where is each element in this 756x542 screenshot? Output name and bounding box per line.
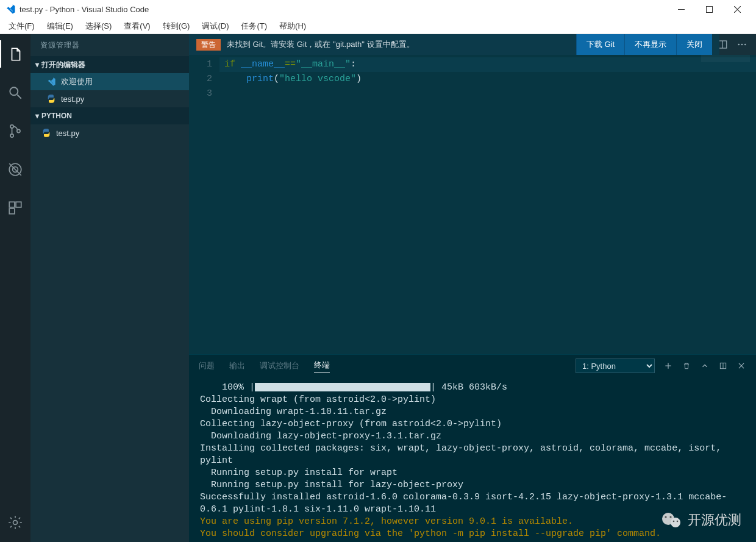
open-editors-header[interactable]: ▾ 打开的编辑器 [30,56,189,73]
menu-tasks[interactable]: 任务(T) [236,20,272,33]
window-minimize-button[interactable] [667,0,695,18]
panel-tab-problems[interactable]: 问题 [199,360,215,371]
folder-item-label: test.py [56,129,79,138]
menu-debug[interactable]: 调试(D) [197,20,234,33]
kill-terminal-icon[interactable] [682,361,691,371]
menu-goto[interactable]: 转到(G) [158,20,195,33]
svg-rect-12 [9,209,15,214]
svg-line-3 [17,94,21,99]
menu-edit[interactable]: 编辑(E) [42,20,78,33]
svg-point-28 [677,521,679,522]
python-file-icon [46,94,56,104]
open-editor-label: test.py [61,94,84,104]
panel-close-icon[interactable] [736,361,746,371]
notification-message: 未找到 Git。请安装 Git，或在 "git.path" 设置中配置。 [227,39,415,50]
vscode-logo-icon [5,4,16,15]
panel-up-icon[interactable] [700,361,710,371]
download-git-button[interactable]: 下载 Git [576,34,624,55]
activity-settings[interactable] [0,508,30,536]
svg-point-5 [10,134,13,137]
svg-rect-0 [678,9,685,10]
svg-point-20 [744,44,746,46]
activity-explorer[interactable] [0,40,30,68]
never-show-button[interactable]: 不再显示 [624,34,676,55]
svg-point-27 [673,521,675,522]
activity-scm[interactable] [0,117,30,144]
activity-search[interactable] [0,79,30,106]
watermark-text: 开源优测 [688,511,741,529]
svg-point-19 [741,44,743,46]
folder-label: PYTHON [41,112,72,120]
panel-tab-output[interactable]: 输出 [229,360,245,371]
menu-view[interactable]: 查看(V) [119,20,155,33]
terminal-selector[interactable]: 1: Python [576,358,655,373]
line-gutter: 123 [189,55,219,354]
svg-point-18 [738,44,740,46]
svg-point-2 [10,87,18,95]
svg-rect-11 [16,202,21,207]
chevron-down-icon: ▾ [35,112,39,120]
watermark: 开源优测 [660,508,741,532]
svg-point-24 [671,518,680,527]
open-editor-label: 欢迎使用 [61,76,93,87]
sidebar-title: 资源管理器 [30,34,189,56]
panel-tab-debug-console[interactable]: 调试控制台 [260,360,299,371]
vscode-file-icon [46,77,56,87]
wechat-icon [660,508,684,532]
menu-bar: 文件(F) 编辑(E) 选择(S) 查看(V) 转到(G) 调试(D) 任务(T… [0,18,756,34]
svg-rect-10 [9,202,15,207]
activity-bar [0,34,30,542]
menu-help[interactable]: 帮助(H) [274,20,311,33]
panel-maximize-icon[interactable] [718,361,728,371]
notification-bar: 警告 未找到 Git。请安装 Git，或在 "git.path" 设置中配置。 … [189,34,756,55]
close-notification-button[interactable]: 关闭 [676,34,712,55]
open-editors-label: 打开的编辑器 [41,60,85,70]
menu-select[interactable]: 选择(S) [80,20,116,33]
activity-extensions[interactable] [0,194,30,221]
svg-point-25 [665,516,666,518]
panel-tabs: 问题 输出 调试控制台 终端 1: Python [189,355,756,377]
panel-tab-terminal[interactable]: 终端 [314,360,330,373]
open-editor-welcome[interactable]: 欢迎使用 [30,73,189,90]
chevron-down-icon: ▾ [35,60,39,69]
svg-point-26 [669,516,671,518]
folder-header[interactable]: ▾ PYTHON [30,107,189,124]
open-editor-testpy[interactable]: test.py [30,90,189,107]
window-close-button[interactable] [723,0,751,18]
menu-file[interactable]: 文件(F) [4,20,40,33]
folder-item-testpy[interactable]: test.py [30,124,189,141]
title-bar: test.py - Python - Visual Studio Code [0,0,756,18]
svg-point-13 [13,520,18,524]
sidebar-explorer: 资源管理器 ▾ 打开的编辑器 欢迎使用 test.py ▾ PYTHON tes… [30,34,189,542]
code-content[interactable]: if __name__=="__main__": print("hello vs… [219,55,756,354]
minimap[interactable] [701,55,750,62]
activity-debug[interactable] [0,155,30,183]
new-terminal-icon[interactable] [663,361,673,371]
more-icon[interactable] [736,39,747,50]
warning-badge: 警告 [196,39,221,51]
window-title: test.py - Python - Visual Studio Code [20,5,667,14]
window-maximize-button[interactable] [695,0,723,18]
python-file-icon [41,128,51,138]
svg-rect-1 [706,6,712,12]
code-editor[interactable]: 123 if __name__=="__main__": print("hell… [189,55,756,354]
svg-point-4 [10,124,13,127]
svg-point-6 [17,129,20,132]
